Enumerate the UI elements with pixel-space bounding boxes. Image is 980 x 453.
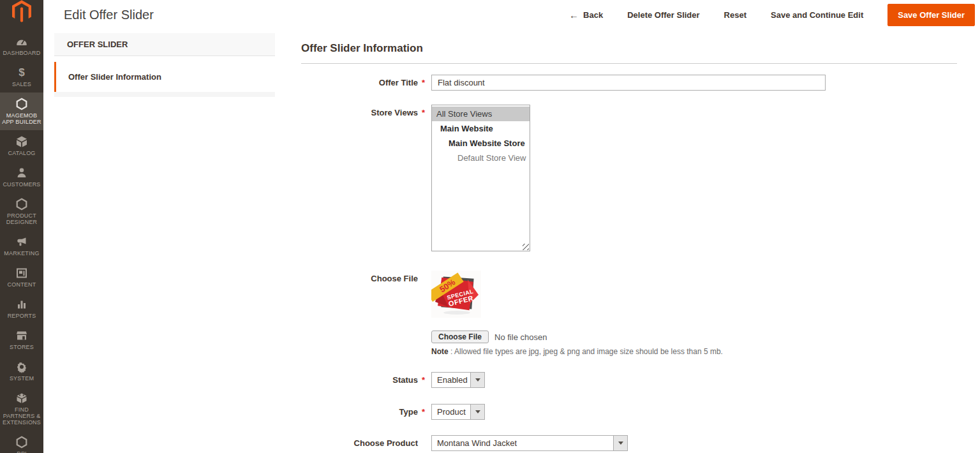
sidebar-nav: DASHBOARD $ SALES MAGEMOB APP BUILDER CA… (0, 30, 43, 453)
content-icon (15, 267, 28, 279)
chevron-down-icon[interactable] (470, 405, 484, 419)
offer-slider-panel: OFFER SLIDER Offer Slider Information (54, 33, 275, 97)
type-select-value: Product (432, 405, 470, 419)
sidebar-item-label: MARKETING (4, 250, 39, 256)
chevron-down-icon[interactable] (613, 436, 627, 450)
content: OFFER SLIDER Offer Slider Information Of… (43, 29, 980, 451)
file-upload-control: Choose File No file chosen (431, 330, 957, 343)
sidebar-item-product-designer[interactable]: PRODUCT DESIGNER (0, 193, 43, 230)
sidebar: DASHBOARD $ SALES MAGEMOB APP BUILDER CA… (0, 0, 43, 453)
sidebar-item-catalog[interactable]: CATALOG (0, 130, 43, 161)
sidebar-item-label: DASHBOARD (3, 50, 41, 56)
required-asterisk: * (418, 108, 431, 251)
store-view-option-default[interactable]: Default Store View (432, 151, 530, 165)
sidebar-item-label: MAGEMOB APP BUILDER (1, 112, 42, 125)
reset-button[interactable]: Reset (724, 10, 746, 20)
dashboard-icon (15, 35, 28, 48)
sidebar-item-magemob-app-builder[interactable]: MAGEMOB APP BUILDER (0, 93, 43, 130)
stores-icon (15, 329, 28, 342)
note-label: Note (431, 347, 449, 356)
offer-badge-image: 50% SPECIAL OFFER (431, 271, 481, 318)
panel-section-title: OFFER SLIDER (54, 33, 275, 56)
panel-divider (54, 92, 275, 97)
sidebar-item-label: DPI (17, 450, 27, 453)
system-icon (15, 360, 28, 373)
status-select-value: Enabled (432, 373, 470, 387)
back-label: Back (583, 10, 603, 20)
store-views-label: Store Views (301, 108, 418, 251)
sidebar-item-sales[interactable]: $ SALES (0, 61, 43, 93)
page-header: Edit Offer Slider ← Back Delete Offer Sl… (43, 0, 980, 29)
product-designer-icon (15, 198, 28, 211)
required-asterisk: * (418, 78, 431, 91)
store-views-listbox[interactable]: All Store Views Main Website Main Websit… (431, 105, 530, 251)
choose-file-button[interactable]: Choose File (431, 330, 489, 343)
sidebar-item-dashboard[interactable]: DASHBOARD (0, 30, 43, 61)
page-title: Edit Offer Slider (64, 8, 154, 22)
sidebar-item-dpi[interactable]: DPI (0, 431, 43, 453)
chevron-down-icon[interactable] (470, 373, 484, 387)
sidebar-item-label: PRODUCT DESIGNER (1, 212, 42, 225)
form-heading: Offer Slider Information (301, 42, 957, 64)
sidebar-item-customers[interactable]: CUSTOMERS (0, 161, 43, 193)
find-partners-icon (15, 392, 28, 405)
store-view-option-main-website-store[interactable]: Main Website Store (432, 136, 530, 151)
magemob-app-builder-icon (15, 98, 28, 110)
required-asterisk: * (418, 375, 431, 388)
choose-product-select-value: Montana Wind Jacket (432, 436, 613, 450)
sidebar-item-label: CATALOG (8, 150, 35, 156)
magento-logo[interactable] (0, 0, 43, 25)
store-views-row: Store Views * All Store Views Main Websi… (301, 105, 957, 251)
sidebar-item-label: SYSTEM (10, 375, 34, 382)
sidebar-item-label: REPORTS (8, 313, 36, 319)
note-text: : Allowed file types are jpg, jpeg & png… (449, 347, 723, 356)
magento-logo-icon (12, 0, 31, 25)
choose-file-label: Choose File (301, 274, 418, 356)
panel-item-offer-slider-information[interactable]: Offer Slider Information (54, 62, 275, 92)
sales-icon: $ (19, 66, 24, 79)
sidebar-item-label: CUSTOMERS (3, 181, 40, 188)
catalog-icon (15, 135, 28, 148)
file-chosen-status: No file chosen (494, 332, 547, 342)
choose-product-label: Choose Product (301, 438, 418, 451)
type-label: Type (301, 407, 418, 420)
sidebar-item-system[interactable]: SYSTEM (0, 355, 43, 387)
store-view-option-main-website[interactable]: Main Website (432, 121, 530, 136)
required-asterisk: * (418, 407, 431, 420)
sidebar-item-label: FIND PARTNERS & EXTENSIONS (1, 406, 42, 426)
back-button[interactable]: ← Back (569, 10, 603, 20)
main-area: Edit Offer Slider ← Back Delete Offer Sl… (43, 0, 980, 453)
customers-icon (15, 167, 28, 179)
reports-icon (15, 298, 28, 311)
offer-slider-form: Offer Slider Information Offer Title * (301, 29, 980, 451)
dpi-icon (15, 436, 28, 449)
status-row: Status * Enabled (301, 372, 957, 388)
choose-product-select[interactable]: Montana Wind Jacket (431, 435, 628, 451)
page-actions: ← Back Delete Offer Slider Reset Save an… (569, 4, 975, 26)
sidebar-item-marketing[interactable]: MARKETING (0, 230, 43, 262)
save-offer-slider-button[interactable]: Save Offer Slider (887, 4, 975, 26)
sidebar-item-content[interactable]: CONTENT (0, 262, 43, 293)
sidebar-item-stores[interactable]: STORES (0, 324, 43, 355)
marketing-icon (15, 235, 28, 248)
sidebar-item-label: SALES (12, 81, 31, 87)
offer-title-row: Offer Title * (301, 75, 957, 91)
sidebar-item-find-partners[interactable]: FIND PARTNERS & EXTENSIONS (0, 387, 43, 431)
sidebar-item-label: STORES (10, 344, 34, 350)
offer-title-label: Offer Title (301, 78, 418, 91)
save-and-continue-button[interactable]: Save and Continue Edit (771, 10, 863, 20)
offer-title-input[interactable] (431, 75, 826, 91)
delete-offer-slider-button[interactable]: Delete Offer Slider (627, 10, 699, 20)
status-label: Status (301, 375, 418, 388)
file-note: Note : Allowed file types are jpg, jpeg … (431, 347, 957, 356)
sidebar-item-reports[interactable]: REPORTS (0, 293, 43, 324)
type-row: Type * Product (301, 404, 957, 420)
choose-product-row: Choose Product Montana Wind Jacket (301, 435, 957, 451)
app-root: DASHBOARD $ SALES MAGEMOB APP BUILDER CA… (0, 0, 980, 453)
type-select[interactable]: Product (431, 404, 485, 420)
choose-file-row: Choose File (301, 271, 957, 356)
store-view-option-all[interactable]: All Store Views (432, 107, 530, 121)
status-select[interactable]: Enabled (431, 372, 485, 388)
sidebar-item-label: CONTENT (8, 281, 36, 288)
listbox-resize-handle[interactable] (523, 244, 529, 250)
